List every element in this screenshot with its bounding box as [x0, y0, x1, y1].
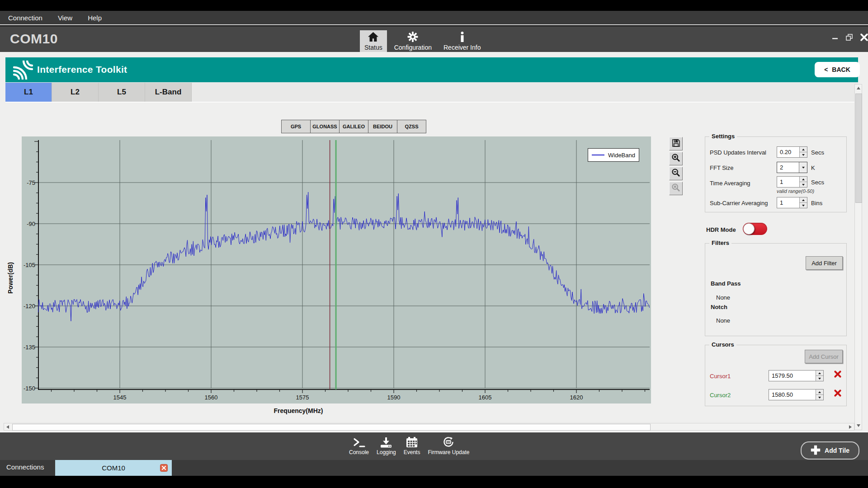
tab-configuration-label: Configuration [394, 44, 432, 51]
scroll-up-icon[interactable] [857, 87, 860, 89]
window-controls [832, 33, 868, 41]
band-tab-lband[interactable]: L-Band [145, 83, 192, 102]
psd-chart-svg: -75-90-105-120-135-150154515601575159016… [22, 136, 651, 404]
spin-up-icon[interactable] [800, 147, 807, 152]
events-label: Events [404, 449, 420, 455]
events-button[interactable]: Events [404, 435, 420, 455]
psd-interval-input[interactable]: 0.20 [777, 146, 807, 158]
fft-size-dropdown[interactable]: 2 [777, 162, 807, 173]
tab-receiver-info[interactable]: Receiver Info [439, 30, 485, 52]
tab-configuration[interactable]: Configuration [390, 30, 436, 52]
settings-group: Settings PSD Updates Interval 0.20 Secs … [705, 136, 847, 212]
svg-text:-135: -135 [24, 344, 35, 351]
constellation-gps-button[interactable]: GPS [281, 120, 311, 133]
cursor2-input[interactable]: 1580.50 [769, 389, 824, 400]
band-tab-l5-label: L5 [117, 88, 126, 97]
fft-size-value: 2 [777, 162, 799, 173]
restore-icon[interactable] [846, 34, 853, 41]
firmware-update-button[interactable]: Firmware Update [428, 435, 469, 455]
constellation-beidou-button[interactable]: BEIDOU [368, 120, 397, 133]
close-icon[interactable] [860, 33, 868, 41]
band-tab-l1[interactable]: L1 [5, 83, 52, 102]
cursor1-value: 1579.50 [769, 371, 816, 381]
spin-down-icon[interactable] [800, 182, 807, 187]
spin-up-icon[interactable] [816, 371, 823, 375]
bottom-toolbar: Console Logging [0, 432, 868, 460]
band-tab-lband-label: L-Band [155, 88, 182, 97]
psd-chart[interactable]: -75-90-105-120-135-150154515601575159016… [22, 136, 651, 404]
legend-label: WideBand [608, 152, 635, 159]
psd-interval-value: 0.20 [777, 147, 799, 157]
svg-text:1605: 1605 [479, 394, 492, 401]
back-button[interactable]: < BACK [815, 62, 860, 77]
minimize-icon[interactable] [832, 34, 838, 41]
spin-down-icon[interactable] [816, 375, 823, 381]
band-pass-label: Band Pass [711, 280, 741, 287]
zoom-out-icon [671, 168, 680, 179]
constellation-galileo-button[interactable]: GALILEO [339, 120, 368, 133]
close-tab-icon[interactable] [160, 464, 168, 473]
subcarrier-averaging-input[interactable]: 1 [777, 197, 807, 208]
spin-up-icon[interactable] [800, 197, 807, 202]
zoom-out-button[interactable] [669, 167, 683, 180]
hdr-mode-label: HDR Mode [706, 226, 736, 233]
connection-tab-com10[interactable]: COM10 [55, 460, 172, 476]
add-filter-button[interactable]: Add Filter [806, 256, 843, 270]
window-title: COM10 [10, 31, 58, 47]
home-icon [367, 32, 379, 44]
subcarrier-averaging-label: Sub-Carrier Averaging [710, 200, 768, 206]
connections-label[interactable]: Connections [6, 463, 44, 471]
tab-status[interactable]: Status [360, 30, 387, 52]
psd-interval-label: PSD Updates Interval [710, 149, 766, 156]
tab-status-label: Status [364, 44, 382, 51]
constellation-glonass-button[interactable]: GLONASS [310, 120, 340, 133]
spin-down-icon[interactable] [816, 394, 823, 400]
spin-down-icon[interactable] [800, 152, 807, 157]
time-averaging-label: Time Averaging [710, 180, 750, 187]
spin-up-icon[interactable] [816, 389, 823, 394]
cursor1-delete-icon[interactable] [834, 370, 842, 378]
band-pass-value: None [716, 294, 730, 301]
time-averaging-input[interactable]: 1 [777, 176, 807, 188]
logging-button[interactable]: Logging [377, 435, 396, 455]
band-tab-l2[interactable]: L2 [52, 83, 99, 102]
hdr-mode-toggle[interactable] [743, 223, 767, 235]
spin-down-icon[interactable] [800, 202, 807, 208]
zoom-reset-icon [671, 183, 680, 194]
svg-text:1620: 1620 [570, 394, 583, 401]
cursor1-input[interactable]: 1579.50 [769, 370, 824, 381]
save-chart-button[interactable] [669, 137, 683, 150]
zoom-reset-button[interactable] [669, 182, 683, 195]
scroll-right-icon[interactable] [849, 425, 852, 429]
scroll-left-icon[interactable] [6, 425, 9, 429]
menu-view[interactable]: View [58, 14, 72, 22]
settings-legend: Settings [709, 133, 737, 140]
svg-text:1560: 1560 [205, 394, 218, 401]
spin-up-icon[interactable] [800, 177, 807, 182]
time-averaging-value: 1 [777, 177, 799, 187]
horizontal-scroll-thumb[interactable] [12, 424, 651, 431]
fft-size-label: FFT Size [710, 164, 734, 171]
vertical-scrollbar[interactable] [854, 84, 862, 430]
zoom-in-button[interactable] [669, 152, 683, 165]
add-tile-button[interactable]: Add Tile [801, 441, 859, 460]
cursor2-delete-icon[interactable] [834, 389, 842, 397]
constellation-qzss-button[interactable]: QZSS [397, 120, 426, 133]
toolkit-header: Interference Toolkit < BACK [5, 57, 858, 82]
menu-connection[interactable]: Connection [8, 14, 42, 22]
add-cursor-button[interactable]: Add Cursor [805, 350, 843, 363]
scroll-down-icon[interactable] [857, 424, 860, 427]
menu-help[interactable]: Help [88, 14, 102, 22]
legend-line-sample [592, 155, 604, 155]
horizontal-scrollbar[interactable] [4, 423, 854, 431]
band-tab-l1-label: L1 [24, 88, 33, 97]
cursors-group: Cursors Add Cursor Cursor1 1579.50 Curso… [705, 345, 847, 406]
console-button[interactable]: Console [349, 435, 369, 455]
fft-size-unit: K [811, 164, 815, 171]
logging-icon [380, 435, 392, 448]
svg-text:-120: -120 [24, 303, 35, 310]
band-tab-l5[interactable]: L5 [99, 83, 145, 102]
add-tile-label: Add Tile [825, 447, 849, 454]
vertical-scroll-thumb[interactable] [855, 94, 862, 203]
svg-text:1590: 1590 [387, 394, 401, 401]
